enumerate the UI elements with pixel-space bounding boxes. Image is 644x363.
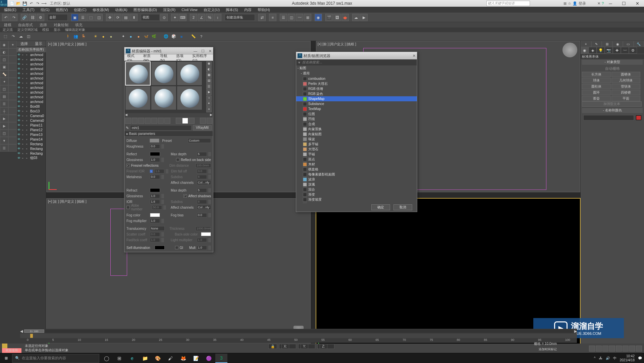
material-slot[interactable]	[125, 61, 151, 86]
tool[interactable]	[8, 122, 17, 129]
sphere-icon[interactable]: ●	[100, 33, 107, 40]
tool[interactable]: ┼	[0, 107, 8, 115]
tool[interactable]	[8, 100, 17, 107]
menu-item[interactable]: 修改器(M)	[90, 7, 112, 13]
menu-item[interactable]: 材质(M)	[142, 53, 157, 62]
app-icon[interactable]: ⊞	[564, 1, 567, 6]
ior-input[interactable]: 1.6	[150, 200, 160, 204]
create-button[interactable]: 茶壶	[582, 96, 611, 101]
create-button[interactable]: 四棱锥	[611, 90, 640, 95]
fog-color-swatch[interactable]	[150, 213, 160, 217]
zoom-ext-icon[interactable]	[616, 346, 622, 352]
cancel-button[interactable]: 取消	[393, 204, 412, 210]
assign-icon[interactable]	[138, 118, 144, 124]
explorer-item[interactable]: 👁▫▫archmod	[17, 66, 46, 71]
preset-dropdown[interactable]: Custom	[188, 138, 211, 143]
water-icon[interactable]: ■	[178, 33, 185, 40]
browser-item[interactable]: 大理石	[296, 147, 417, 152]
render-prod-button[interactable]: ▶	[360, 14, 368, 21]
viewport-label[interactable]: [+] [前 ] [用户定义 ] [线框 ]	[318, 42, 356, 47]
material-slot[interactable]	[177, 86, 202, 110]
menu-item[interactable]: 渲染(R)	[160, 7, 178, 13]
mat-map-nav-icon[interactable]: ≡	[206, 107, 212, 112]
icon[interactable]: ◫	[25, 33, 32, 40]
z-field[interactable]: Z:	[317, 344, 334, 349]
browser-item[interactable]: TextMap	[296, 106, 417, 111]
browser-item[interactable]: 向量贴图	[296, 132, 417, 137]
tool[interactable]: ▼	[0, 137, 8, 144]
tool[interactable]: ◉	[0, 41, 8, 48]
mirror-button[interactable]: ⇄	[258, 14, 266, 21]
tool[interactable]	[8, 48, 17, 56]
browser-item[interactable]: 位图	[296, 111, 417, 116]
affect-channels-dropdown[interactable]: Col…nly	[197, 180, 211, 185]
globe-icon[interactable]: 🌐	[163, 33, 169, 40]
ribbon-panel[interactable]: 显示	[54, 28, 60, 32]
tool[interactable]: ☰	[0, 100, 8, 107]
pan-icon[interactable]	[589, 346, 595, 352]
maximize-vp-icon[interactable]	[629, 346, 635, 352]
abbe-checkbox[interactable]	[126, 206, 130, 209]
select-rect-button[interactable]: ⬚	[87, 14, 95, 21]
refract-gloss-input[interactable]: 1.0	[150, 194, 160, 198]
browser-item[interactable]: 棋盘格	[296, 167, 417, 172]
glossiness-input[interactable]: 1.0	[150, 158, 160, 162]
start-button[interactable]: ⊞	[0, 353, 12, 363]
explorer-item[interactable]: 👁▫▫archmod	[17, 52, 46, 57]
go-sibling-icon[interactable]	[207, 118, 213, 124]
tool[interactable]: ◫	[0, 85, 8, 93]
viewport-label[interactable]: [+] [左 ] [用户定义 ] [线框 ]	[48, 199, 87, 204]
explorer-item[interactable]: 👁▫▫archmod	[17, 71, 46, 76]
unlink-button[interactable]: ⛓	[29, 14, 36, 21]
create-button[interactable]: 球体	[582, 78, 611, 83]
browser-item[interactable]: combustion	[296, 76, 417, 81]
reflect-backside-checkbox[interactable]	[176, 158, 179, 161]
metalness-input[interactable]: 0.0	[150, 175, 160, 179]
create-button[interactable]: 几何球体	[611, 78, 640, 83]
help-search[interactable]: 键入关键字或短语	[486, 1, 530, 6]
tool[interactable]: ☰	[0, 144, 8, 152]
cortana-icon[interactable]: ⊞	[113, 354, 125, 363]
menu-item[interactable]: 导航(N)	[159, 53, 173, 62]
maximize-icon[interactable]: ☐	[201, 49, 205, 53]
tool[interactable]: ▶	[0, 115, 8, 122]
browser-item[interactable]: Substance	[296, 101, 417, 106]
select-by-mat-icon[interactable]: ✦	[206, 101, 212, 107]
render-frame-button[interactable]: 🖼	[333, 14, 341, 21]
tool[interactable]	[8, 137, 17, 144]
translucency-dropdown[interactable]: None	[150, 226, 165, 231]
tool[interactable]: ◐	[0, 48, 8, 56]
browser-titlebar[interactable]: 3 材质/贴图浏览器 ✕	[296, 52, 417, 59]
spinner[interactable]	[161, 238, 164, 242]
ribbon-tab[interactable]: 填充	[75, 22, 83, 28]
explorer-item[interactable]: 👁▫▫Rectang	[17, 151, 46, 156]
explorer-item[interactable]: 👁▫▫archmod	[17, 81, 46, 85]
y-field[interactable]: Y:	[298, 344, 315, 349]
tool[interactable]	[8, 85, 17, 93]
select-place-button[interactable]: ⬍	[130, 14, 138, 21]
undo-button[interactable]: ↶	[2, 14, 9, 21]
explorer-icon[interactable]: 📁	[139, 354, 151, 363]
people-icon[interactable]: 👥	[72, 33, 79, 40]
explorer-item[interactable]: 👁▫▫archmod	[17, 57, 46, 62]
keyboard-shortcut-button[interactable]: ⌨	[179, 14, 186, 21]
browser-subcategory[interactable]: - 通用	[296, 71, 417, 76]
viewcube[interactable]	[562, 43, 577, 57]
spinner[interactable]	[208, 152, 211, 156]
tool[interactable]	[8, 93, 17, 100]
close-icon[interactable]: ✕	[209, 49, 212, 53]
spinner[interactable]	[208, 246, 211, 250]
material-slot-scrollbar[interactable]: ◀▶	[124, 113, 213, 117]
timeline-track[interactable]	[20, 333, 577, 338]
menu-item[interactable]: 编辑(E)	[1, 7, 19, 13]
menu-item[interactable]: 动画(A)	[112, 7, 130, 13]
maxscript-toggle[interactable]	[2, 344, 7, 348]
spacewarps-tab[interactable]: 〰	[621, 47, 629, 54]
volume-icon[interactable]: 🔊	[606, 356, 610, 360]
lock-icon[interactable]: 🔒	[268, 344, 277, 349]
browser-item[interactable]: RGB 染色	[296, 91, 417, 96]
help-icon[interactable]: ?	[198, 33, 205, 40]
tool[interactable]: 🦴	[0, 70, 8, 78]
ribbon-panel[interactable]: 模拟	[42, 28, 49, 32]
explorer-item[interactable]: 👁▫▫archmod	[17, 76, 46, 81]
